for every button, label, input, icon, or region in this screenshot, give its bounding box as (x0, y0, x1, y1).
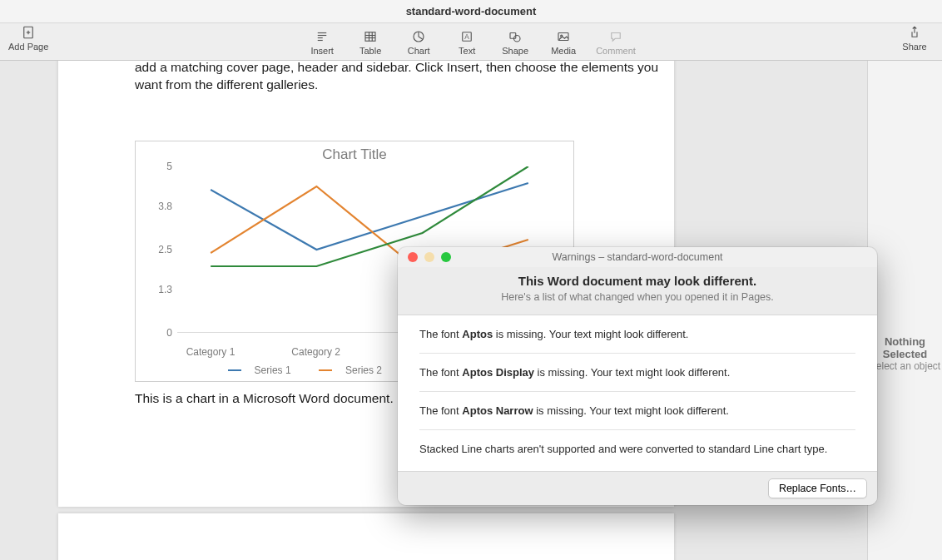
shape-button[interactable]: Shape (496, 23, 534, 60)
legend-label: Series 1 (255, 364, 291, 376)
text-label: Text (459, 46, 475, 56)
dialog-header: This Word document may look different. H… (398, 267, 877, 315)
share-label: Share (902, 42, 926, 52)
warnings-dialog: Warnings – standard-word-document This W… (398, 247, 877, 505)
table-button[interactable]: Table (351, 23, 389, 60)
dialog-titlebar[interactable]: Warnings – standard-word-document (398, 247, 877, 267)
add-page-icon (21, 25, 36, 40)
table-label: Table (359, 46, 381, 56)
inspector-sub: Select an object (868, 360, 942, 372)
media-label: Media (551, 46, 576, 56)
body-paragraph: add a matching cover page, header and si… (135, 61, 674, 94)
comment-button: Comment (592, 23, 639, 60)
document-page-2[interactable]: Themes and styles help to keep your docu… (58, 513, 674, 560)
body-paragraph: This is a chart in a Microsoft Word docu… (135, 390, 394, 408)
share-button[interactable]: Share (895, 23, 934, 52)
add-page-button[interactable]: Add Page (5, 23, 52, 52)
dialog-title: Warnings – standard-word-document (552, 251, 722, 263)
legend-swatch-icon (228, 369, 241, 372)
insert-button[interactable]: Insert (303, 23, 341, 60)
replace-fonts-button[interactable]: Replace Fonts… (768, 478, 867, 498)
insert-label: Insert (310, 46, 334, 56)
dialog-footer: Replace Fonts… (398, 471, 877, 505)
warning-item: The font Aptos Narrow is missing. Your t… (419, 392, 855, 430)
warnings-list[interactable]: The font Aptos is missing. Your text mig… (398, 315, 877, 471)
zoom-icon[interactable] (441, 252, 451, 262)
add-page-label: Add Page (8, 42, 48, 52)
close-icon[interactable] (408, 252, 418, 262)
format-inspector: Nothing Selected Select an object (867, 61, 942, 560)
table-icon (363, 29, 378, 44)
comment-label: Comment (596, 46, 636, 56)
svg-text:A: A (464, 33, 469, 41)
shape-label: Shape (502, 46, 528, 56)
insert-icon (315, 29, 330, 44)
legend-item: Series 1 (228, 364, 300, 376)
toolbar: Add Page Insert Table Chart A Text (0, 23, 942, 61)
legend-label: Series 2 (345, 364, 382, 376)
window-controls (408, 252, 451, 262)
legend-item: Series 2 (319, 364, 390, 376)
share-icon (907, 25, 922, 40)
warning-item: Stacked Line charts aren't supported and… (419, 430, 855, 468)
comment-icon (608, 29, 623, 44)
svg-rect-7 (365, 32, 375, 42)
minimize-icon (424, 252, 434, 262)
legend-swatch-icon (319, 369, 332, 372)
warning-item: The font Aptos is missing. Your text mig… (419, 315, 855, 354)
shape-icon (508, 29, 523, 44)
chart-title: Chart Title (136, 146, 573, 163)
text-icon: A (459, 29, 474, 44)
inspector-heading: Nothing Selected (868, 335, 942, 360)
dialog-subheading: Here's a list of what changed when you o… (414, 291, 860, 303)
window-title: standard-word-document (0, 0, 942, 23)
chart-label: Chart (408, 46, 430, 56)
chart-icon (411, 29, 426, 44)
text-button[interactable]: A Text (448, 23, 486, 60)
warning-item: The font Aptos Display is missing. Your … (419, 354, 855, 392)
dialog-heading: This Word document may look different. (414, 274, 860, 288)
chart-button[interactable]: Chart (399, 23, 438, 60)
media-icon (556, 29, 571, 44)
media-button[interactable]: Media (544, 23, 583, 60)
